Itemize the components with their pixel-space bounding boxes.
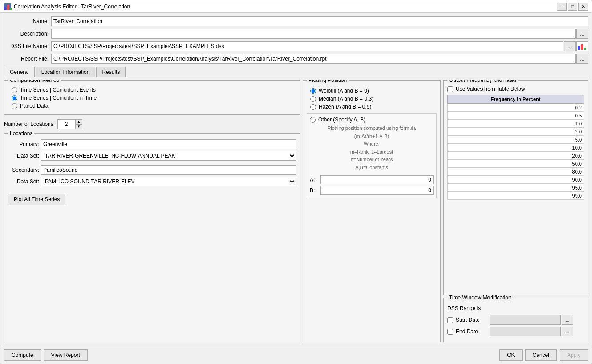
description-browse-button[interactable]: ... [576, 29, 588, 39]
report-file-label: Report File: [4, 56, 49, 62]
secondary-location-row: Secondary: [8, 165, 296, 175]
apply-button[interactable]: Apply [560, 349, 588, 361]
dss-chart-button[interactable] [576, 41, 588, 51]
freq-table-row [448, 176, 584, 184]
radio-input-other[interactable] [310, 117, 316, 123]
secondary-location-input[interactable] [41, 165, 296, 175]
content-area: Name: Description: ... DSS File Name: ..… [0, 13, 592, 346]
where-text3: A,B=Constants [355, 165, 388, 170]
start-date-browse-button[interactable]: ... [562, 315, 573, 325]
freq-table-row [448, 160, 584, 168]
freq-value-input[interactable] [450, 105, 582, 110]
radio-input-coincident-events[interactable] [12, 87, 17, 93]
a-input[interactable] [320, 175, 434, 184]
freq-table-row [448, 120, 584, 128]
window-controls: − □ ✕ [557, 3, 588, 11]
freq-value-input[interactable] [450, 121, 582, 126]
end-date-input[interactable] [490, 327, 561, 336]
formula-line2: (m-A)/(n+1-A-B) [354, 133, 389, 139]
start-date-input-group: ... [490, 315, 573, 325]
end-date-input-group: ... [490, 327, 573, 336]
secondary-dataset-select[interactable]: PAMLICO SOUND-TAR RIVER-ELEV [41, 177, 296, 186]
report-file-input[interactable] [51, 54, 576, 64]
where-text1: m=Rank, 1=Largest [350, 149, 393, 154]
freq-value-input[interactable] [450, 129, 582, 134]
ok-button[interactable]: OK [499, 349, 522, 361]
freq-table-row [448, 152, 584, 160]
radio-time-series-coincident-time[interactable]: Time Series | Coincident in Time [12, 95, 292, 101]
compute-button[interactable]: Compute [4, 349, 41, 361]
use-values-label: Use Values from Table Below [456, 86, 525, 92]
b-input[interactable] [320, 186, 434, 195]
radio-input-hazen[interactable] [310, 104, 316, 110]
freq-table-row [448, 144, 584, 152]
radio-weibull[interactable]: Weibull (A and B = 0) [310, 88, 433, 94]
num-locations-label: Number of Locations: [4, 121, 55, 127]
tab-general[interactable]: General [4, 67, 35, 77]
view-report-button[interactable]: View Report [44, 349, 88, 361]
report-file-browse-button[interactable]: ... [576, 54, 588, 64]
end-date-browse-button[interactable]: ... [562, 327, 573, 336]
radio-input-median[interactable] [310, 96, 316, 102]
freq-value-input[interactable] [450, 145, 582, 150]
close-button[interactable]: ✕ [578, 3, 588, 11]
num-locations-input[interactable] [57, 119, 75, 129]
radio-hazen[interactable]: Hazen (A and B = 0.5) [310, 104, 433, 110]
primary-location-input[interactable] [41, 139, 296, 149]
start-date-input[interactable] [490, 315, 561, 325]
dss-file-label: DSS File Name: [4, 43, 49, 49]
radio-paired-data[interactable]: Paired Data [12, 103, 292, 109]
window-title: Correlation Analysis Editor - TarRiver_C… [14, 4, 130, 10]
radio-time-series-coincident-events[interactable]: Time Series | Coincident Events [12, 87, 292, 93]
freq-value-input[interactable] [450, 177, 582, 182]
secondary-dataset-row: Data Set: PAMLICO SOUND-TAR RIVER-ELEV [8, 177, 296, 186]
cancel-button[interactable]: Cancel [525, 349, 557, 361]
app-icon [4, 3, 11, 10]
radio-input-coincident-time[interactable] [12, 95, 17, 101]
plot-all-time-series-button[interactable]: Plot All Time Series [8, 194, 65, 205]
dss-range-label: DSS Range is [447, 303, 481, 313]
radio-input-paired-data[interactable] [12, 103, 17, 109]
primary-dataset-select[interactable]: TAR RIVER-GREENVILLE, NC-FLOW-ANNUAL PEA… [41, 151, 296, 161]
tab-location-information[interactable]: Location Information [36, 67, 96, 77]
freq-value-input[interactable] [450, 169, 582, 174]
main-area: Computation Method Time Series | Coincid… [4, 80, 588, 342]
freq-ordinates-title: Output Frequency Ordinates [447, 80, 518, 83]
maximize-button[interactable]: □ [568, 3, 577, 11]
name-input[interactable] [51, 16, 588, 26]
radio-label-other: Other (Specify A, B) [318, 117, 365, 123]
bottom-right-buttons: OK Cancel Apply [499, 349, 588, 361]
freq-value-input[interactable] [450, 193, 582, 198]
freq-table-row [448, 168, 584, 176]
freq-value-input[interactable] [450, 161, 582, 166]
dss-file-browse-button[interactable]: ... [564, 41, 576, 51]
end-date-row: End Date ... [447, 327, 584, 336]
radio-input-weibull[interactable] [310, 88, 316, 94]
minimize-button[interactable]: − [557, 3, 567, 11]
description-input[interactable] [51, 29, 576, 39]
locations-group: Locations Primary: Data Set: TAR RIVER-G… [4, 133, 300, 342]
name-row: Name: [4, 16, 588, 26]
dss-file-input[interactable] [51, 41, 563, 51]
freq-table-row [448, 112, 584, 120]
freq-value-input[interactable] [450, 137, 582, 142]
secondary-location-section: Secondary: Data Set: PAMLICO SOUND-TAR R… [8, 165, 296, 186]
radio-other[interactable]: Other (Specify A, B) [310, 117, 434, 123]
freq-value-input[interactable] [450, 113, 582, 118]
formula-line1: Plotting position computed using formula [328, 125, 416, 131]
start-date-checkbox[interactable] [447, 317, 453, 323]
freq-value-input[interactable] [450, 153, 582, 158]
formula-text: Plotting position computed using formula… [310, 123, 434, 174]
freq-col-header: Frequency in Percent [448, 95, 584, 104]
tab-results[interactable]: Results [96, 67, 126, 77]
freq-table-row [448, 136, 584, 144]
radio-median[interactable]: Median (A and B = 0.3) [310, 96, 433, 102]
freq-value-input[interactable] [450, 185, 582, 190]
end-date-checkbox[interactable] [447, 329, 453, 335]
spinner-down-button[interactable]: ▼ [75, 124, 82, 129]
use-values-checkbox[interactable] [447, 86, 453, 92]
secondary-label: Secondary: [8, 167, 39, 173]
spinner-up-button[interactable]: ▲ [75, 119, 82, 124]
report-file-input-group: ... [51, 54, 588, 64]
freq-table-row [448, 192, 584, 200]
